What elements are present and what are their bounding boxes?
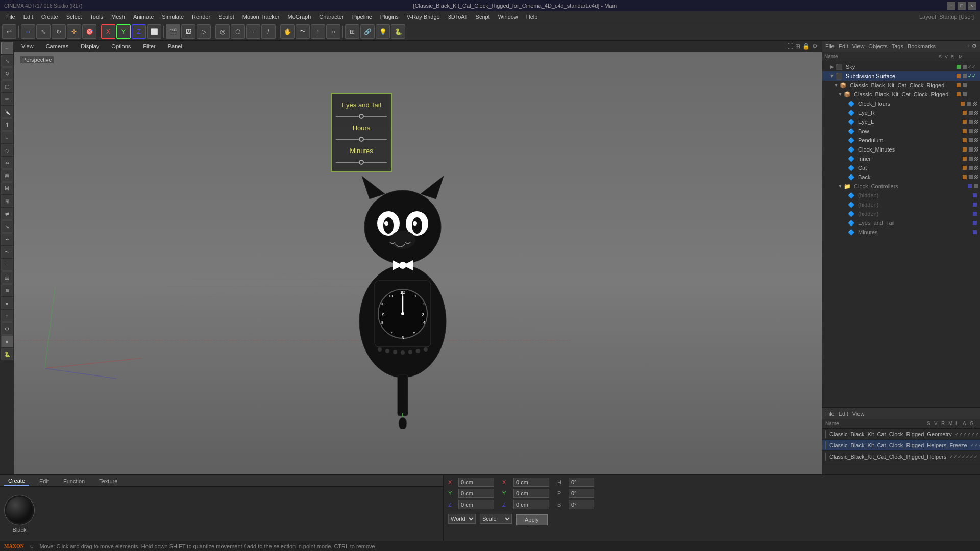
select-tool[interactable]: ▢: [1, 80, 13, 92]
tree-item-clock-hours[interactable]: 🔷 Clock_Hours: [822, 99, 980, 108]
control-circle2[interactable]: [359, 137, 364, 142]
x-axis-button[interactable]: X: [101, 24, 115, 39]
mat-tab-function[interactable]: Function: [59, 477, 89, 485]
y-rotation-input[interactable]: [513, 489, 549, 498]
scale-tool-button[interactable]: ⤡: [36, 24, 51, 39]
inflate-button[interactable]: ○: [326, 24, 340, 39]
render-button[interactable]: 🎬: [166, 24, 180, 39]
mat-item-helpers-freeze[interactable]: Classic_Black_Kit_Cat_Clock_Rigged_Helpe…: [822, 440, 980, 451]
menu-sculpt[interactable]: Sculpt: [214, 13, 238, 21]
maximize-viewport-icon[interactable]: ⛶: [787, 43, 793, 50]
tree-item-subdivision[interactable]: ▼ ⬛ Subdivision Surface ✓✓: [822, 71, 980, 81]
mat-edit-menu[interactable]: Edit: [839, 411, 848, 417]
tree-item-clock-minutes[interactable]: 🔷 Clock_Minutes: [822, 145, 980, 154]
mat-file-menu[interactable]: File: [825, 411, 835, 417]
tree-item-sky[interactable]: ▶ ⬛ Sky ✓✓: [822, 62, 980, 71]
menu-script[interactable]: Script: [472, 13, 494, 21]
rotate-tool[interactable]: ↻: [1, 67, 13, 80]
move-tool-button[interactable]: ↔: [21, 24, 35, 39]
menu-file[interactable]: File: [2, 13, 19, 21]
tree-item-hidden3[interactable]: 🔷 (hidden): [822, 209, 980, 218]
tree-item-clock-controllers[interactable]: ▼ 📁 Clock_Controllers: [822, 182, 980, 191]
mat-tab-texture[interactable]: Texture: [95, 477, 121, 485]
cameras-menu[interactable]: Cameras: [43, 42, 72, 51]
menu-render[interactable]: Render: [188, 13, 214, 21]
weld-tool[interactable]: W: [1, 169, 13, 182]
material-tool[interactable]: ●: [1, 335, 13, 347]
edge-mode-button[interactable]: /: [261, 24, 276, 39]
vertex-tool[interactable]: ●: [1, 297, 13, 309]
smooth-button[interactable]: 〜: [296, 24, 310, 39]
menu-character[interactable]: Character: [315, 13, 348, 21]
rotate-tool-button[interactable]: ↻: [52, 24, 66, 39]
mat-item-geometry[interactable]: Classic_Black_Kit_Cat_Clock_Rigged_Geome…: [822, 429, 980, 440]
poly-mode-button[interactable]: ⬡: [231, 24, 245, 39]
scene-settings-icon[interactable]: ⚙: [972, 43, 977, 49]
filter-menu[interactable]: Filter: [140, 42, 158, 51]
knife-tool[interactable]: 🔪: [1, 106, 13, 118]
python-tool[interactable]: 🐍: [1, 348, 13, 360]
magnet-tool[interactable]: M: [1, 182, 13, 194]
bridge-tool[interactable]: ⇔: [1, 157, 13, 169]
scene-bookmarks-menu[interactable]: Bookmarks: [908, 43, 936, 49]
render-region-button[interactable]: 🖼: [181, 24, 195, 39]
menu-simulate[interactable]: Simulate: [158, 13, 188, 21]
z-axis-button[interactable]: Z: [132, 24, 146, 39]
tree-item-cat2[interactable]: ▼ 📦 Classic_Black_Kit_Cat_Clock_Rigged: [822, 90, 980, 99]
spline-tool[interactable]: ∿: [1, 220, 13, 233]
menu-animate[interactable]: Animate: [129, 13, 158, 21]
tree-item-hidden1[interactable]: 🔷 (hidden): [822, 191, 980, 200]
tree-item-cat-obj[interactable]: 🔷 Cat: [822, 163, 980, 172]
scene-file-menu[interactable]: File: [825, 43, 835, 49]
tree-item-inner[interactable]: 🔷 Inner: [822, 154, 980, 163]
menu-mesh[interactable]: Mesh: [107, 13, 129, 21]
control-circle3[interactable]: [359, 160, 364, 165]
add-scene-icon[interactable]: +: [967, 43, 970, 49]
menu-mograph[interactable]: MoGraph: [283, 13, 315, 21]
object-mode-button[interactable]: ◎: [215, 24, 230, 39]
menu-pipeline[interactable]: Pipeline: [348, 13, 376, 21]
scene-view-menu[interactable]: View: [852, 43, 865, 49]
menu-create[interactable]: Create: [37, 13, 62, 21]
settings-viewport-icon[interactable]: ⚙: [812, 43, 818, 50]
hair-tool[interactable]: ≡: [1, 310, 13, 322]
b-input[interactable]: [569, 500, 594, 509]
tree-item-bow[interactable]: 🔷 Bow: [822, 127, 980, 136]
display-menu[interactable]: Display: [78, 42, 102, 51]
deform-tool[interactable]: ≋: [1, 284, 13, 296]
tree-item-pendulum[interactable]: 🔷 Pendulum: [822, 136, 980, 145]
maximize-button[interactable]: □: [958, 2, 966, 10]
split-viewport-icon[interactable]: ⊞: [795, 43, 800, 50]
z-rotation-input[interactable]: [513, 500, 549, 509]
extrude-tool[interactable]: ⬆: [1, 118, 13, 131]
tree-item-eyes-tail[interactable]: 🔷 Eyes_and_Tail: [822, 218, 980, 228]
lock-viewport-icon[interactable]: 🔒: [802, 43, 810, 50]
panel-menu[interactable]: Panel: [165, 42, 185, 51]
menu-window[interactable]: Window: [494, 13, 522, 21]
snap-button[interactable]: 🔗: [360, 24, 375, 39]
scene-tags-menu[interactable]: Tags: [892, 43, 903, 49]
sculpt-button[interactable]: 🖐: [280, 24, 295, 39]
select-button[interactable]: ⬜: [147, 24, 161, 39]
apply-button[interactable]: Apply: [516, 514, 548, 525]
point-mode-button[interactable]: ·: [246, 24, 260, 39]
symmetry-tool[interactable]: ⇌: [1, 208, 13, 220]
tree-item-back[interactable]: 🔷 Back: [822, 172, 980, 182]
loop-tool[interactable]: ○: [1, 131, 13, 143]
scene-edit-menu[interactable]: Edit: [839, 43, 848, 49]
tree-item-hidden2[interactable]: 🔷 (hidden): [822, 200, 980, 209]
menu-edit[interactable]: Edit: [19, 13, 37, 21]
p-input[interactable]: [569, 489, 594, 498]
scale-tool[interactable]: ⤡: [1, 55, 13, 67]
transform-tool-button[interactable]: ✛: [67, 24, 81, 39]
weight-tool[interactable]: ⚖: [1, 271, 13, 284]
pull-button[interactable]: ↑: [311, 24, 325, 39]
h-input[interactable]: [569, 478, 594, 487]
minimize-button[interactable]: −: [947, 2, 955, 10]
menu-3dtoall[interactable]: 3DToAll: [444, 13, 472, 21]
smooth-tool[interactable]: 〜: [1, 246, 13, 258]
close-button[interactable]: ×: [968, 2, 976, 10]
pen-tool[interactable]: ✒: [1, 233, 13, 245]
scene-objects-menu[interactable]: Objects: [868, 43, 887, 49]
menu-vray[interactable]: V-Ray Bridge: [403, 13, 444, 21]
